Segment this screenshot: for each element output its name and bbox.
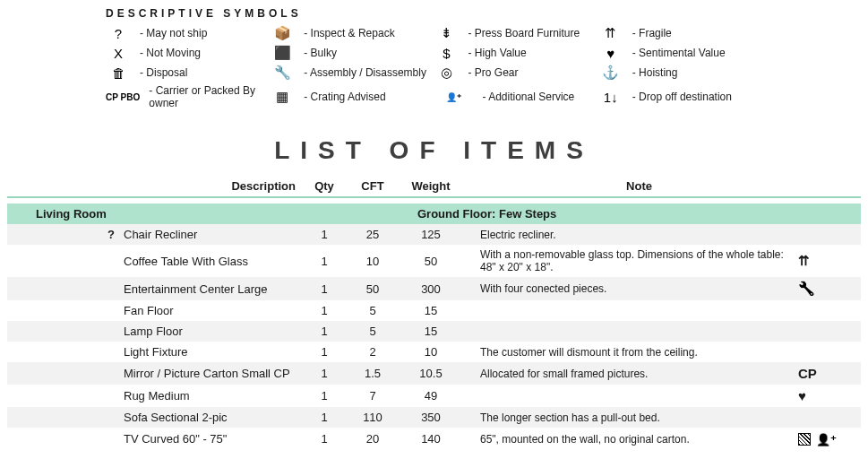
- item-cft: 20: [346, 432, 400, 446]
- symbol-item: 📦- Inspect & Repack: [270, 25, 434, 41]
- item-qty: 1: [303, 325, 346, 338]
- item-weight: 10.5: [400, 367, 462, 380]
- item-note: With a non-removable glass top. Dimensio…: [462, 248, 798, 273]
- item-prefix-symbol: ?: [16, 228, 124, 241]
- item-description: Chair Recliner: [124, 228, 303, 241]
- header-cft: CFT: [346, 179, 400, 193]
- table-row: Light Fixture1210The customer will dismo…: [7, 342, 861, 362]
- header-note: Note: [462, 179, 798, 193]
- page-title: LIST OF ITEMS: [0, 136, 868, 165]
- symbols-grid: ?- May not ship📦- Inspect & Repack⇟- Pre…: [106, 25, 762, 109]
- item-weight: 15: [400, 325, 462, 338]
- item-qty: 1: [303, 389, 346, 403]
- item-weight: 10: [400, 345, 462, 359]
- symbol-label: - Bulky: [304, 47, 337, 59]
- symbol-label: - Crating Advised: [304, 91, 385, 103]
- header-description: Description: [16, 179, 303, 193]
- room-header: Living Room Ground Floor: Few Steps: [7, 204, 861, 224]
- item-icons: [798, 431, 852, 446]
- item-description: Rug Medium: [124, 389, 303, 403]
- item-weight: 15: [400, 304, 462, 317]
- item-cft: 50: [346, 282, 400, 296]
- symbol-label: - Sentimental Value: [632, 47, 726, 59]
- symbol-label: - Fragile: [632, 27, 672, 39]
- table-row: Rug Medium1749: [7, 385, 861, 407]
- symbol-icon: CP PBO: [106, 92, 140, 102]
- item-note: Allocated for small framed pictures.: [462, 368, 798, 380]
- item-qty: 1: [303, 367, 346, 380]
- item-cft: 5: [346, 325, 400, 338]
- item-qty: 1: [303, 304, 346, 317]
- item-icons: [798, 388, 852, 403]
- symbol-icon: 🔧: [270, 65, 295, 81]
- item-description: Coffee Table With Glass: [124, 255, 303, 268]
- symbol-item: 🔧- Assembly / Disassembly: [270, 65, 434, 81]
- symbol-item: ⇈- Fragile: [598, 25, 762, 41]
- item-qty: 1: [303, 411, 346, 424]
- item-weight: 300: [400, 282, 462, 296]
- symbol-label: - Not Moving: [140, 47, 201, 59]
- item-cft: 10: [346, 255, 400, 268]
- header-weight: Weight: [400, 179, 462, 193]
- item-qty: 1: [303, 255, 346, 268]
- symbol-item: ⚓- Hoisting: [598, 65, 762, 81]
- symbol-label: - Hoisting: [632, 66, 678, 79]
- symbol-icon: ▦: [270, 89, 295, 105]
- symbol-icon: 👤⁺: [434, 92, 474, 102]
- table-row: ?Chair Recliner125125Electric recliner.: [7, 224, 861, 245]
- item-description: Fan Floor: [124, 304, 303, 317]
- item-qty: 1: [303, 432, 346, 446]
- item-note: Electric recliner.: [462, 229, 798, 241]
- table-row: Coffee Table With Glass11050With a non-r…: [7, 245, 861, 277]
- symbol-icon: ⬛: [270, 45, 295, 61]
- item-description: Mirror / Picture Carton Small CP: [124, 367, 303, 380]
- table-header: Description Qty CFT Weight Note: [7, 179, 861, 198]
- symbol-item: 👤⁺- Additional Service: [434, 84, 598, 109]
- table-row: Entertainment Center Large150300With fou…: [7, 277, 861, 300]
- symbol-label: - May not ship: [140, 27, 207, 39]
- symbol-label: - Drop off destination: [632, 91, 732, 103]
- item-cft: 1.5: [346, 367, 400, 380]
- item-cft: 7: [346, 389, 400, 403]
- item-weight: 140: [400, 432, 462, 446]
- table-row: TV Curved 60" - 75"12014065", mounted on…: [7, 428, 861, 450]
- item-note: The longer section has a pull-out bed.: [462, 411, 798, 424]
- room-name: Living Room: [16, 207, 400, 221]
- symbols-title: DESCRIPTIVE SYMBOLS: [106, 7, 762, 20]
- symbol-item: ▦- Crating Advised: [270, 84, 434, 109]
- symbol-label: - Pro Gear: [468, 66, 519, 79]
- symbol-item: X- Not Moving: [106, 45, 270, 61]
- item-description: Lamp Floor: [124, 325, 303, 338]
- item-qty: 1: [303, 282, 346, 296]
- symbol-item: ⬛- Bulky: [270, 45, 434, 61]
- item-description: Light Fixture: [124, 345, 303, 359]
- item-note: With four conected pieces.: [462, 282, 798, 295]
- table-row: Mirror / Picture Carton Small CP11.510.5…: [7, 362, 861, 385]
- table-row: Lamp Floor1515: [7, 321, 861, 342]
- item-cft: 25: [346, 228, 400, 241]
- symbol-item: CP PBO- Carrier or Packed By owner: [106, 84, 270, 109]
- symbols-section: DESCRIPTIVE SYMBOLS ?- May not ship📦- In…: [0, 0, 868, 118]
- cp-icon: CP: [798, 366, 817, 381]
- heart-icon: [798, 388, 806, 403]
- item-note: 65", mounted on the wall, no original ca…: [462, 433, 798, 446]
- symbol-item: 1↓- Drop off destination: [598, 84, 762, 109]
- item-qty: 1: [303, 345, 346, 359]
- item-description: TV Curved 60" - 75": [124, 432, 303, 446]
- symbol-label: - Inspect & Repack: [304, 27, 394, 39]
- symbol-item: ◎- Pro Gear: [434, 65, 598, 81]
- symbol-item: ♥- Sentimental Value: [598, 45, 762, 61]
- symbol-icon: ⇟: [434, 25, 460, 41]
- item-qty: 1: [303, 228, 346, 241]
- symbol-item: $- High Value: [434, 45, 598, 61]
- symbol-icon: ◎: [434, 65, 460, 81]
- item-weight: 50: [400, 255, 462, 268]
- symbol-item: ?- May not ship: [106, 25, 270, 41]
- table-row: Sofa Sectional 2-pic1110350The longer se…: [7, 407, 861, 428]
- table-row: Fan Floor1515: [7, 300, 861, 321]
- symbol-icon: ♥: [598, 46, 623, 61]
- symbol-item: ⇟- Press Board Furniture: [434, 25, 598, 41]
- item-icons: [798, 281, 852, 297]
- item-icons: CP: [798, 366, 852, 381]
- symbol-label: - Assembly / Disassembly: [304, 66, 426, 79]
